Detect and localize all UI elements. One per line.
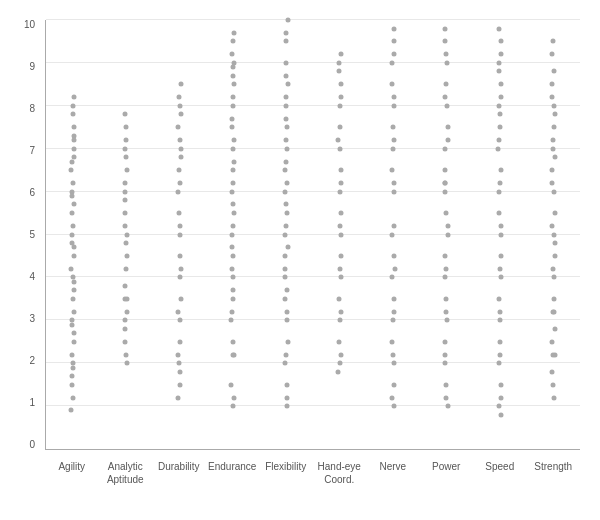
- data-point: [71, 253, 76, 258]
- data-point: [443, 82, 448, 87]
- x-label-speed: Speed: [475, 460, 525, 473]
- y-label-7: 7: [29, 146, 35, 156]
- y-label-6: 6: [29, 188, 35, 198]
- data-point: [552, 103, 557, 108]
- data-point: [72, 125, 77, 130]
- data-point: [551, 138, 556, 143]
- data-point: [178, 103, 183, 108]
- data-point: [230, 52, 235, 57]
- data-point: [284, 73, 289, 78]
- data-point: [284, 309, 289, 314]
- data-point: [230, 232, 235, 237]
- data-point: [177, 369, 182, 374]
- data-point: [497, 339, 502, 344]
- data-point: [392, 266, 397, 271]
- y-label-8: 8: [29, 104, 35, 114]
- data-point: [498, 275, 503, 280]
- data-point: [498, 232, 503, 237]
- data-point: [177, 339, 182, 344]
- data-point: [285, 339, 290, 344]
- data-point: [71, 223, 76, 228]
- data-point: [497, 103, 502, 108]
- data-point: [551, 266, 556, 271]
- data-point: [231, 202, 236, 207]
- data-point: [70, 275, 75, 280]
- data-point: [552, 112, 557, 117]
- grid-line: [46, 19, 580, 20]
- data-point: [498, 382, 503, 387]
- data-point: [231, 404, 236, 409]
- data-point: [339, 253, 344, 258]
- y-label-5: 5: [29, 230, 35, 240]
- data-point: [549, 52, 554, 57]
- data-point: [338, 189, 343, 194]
- y-label-3: 3: [29, 314, 35, 324]
- data-point: [498, 52, 503, 57]
- data-point: [285, 82, 290, 87]
- data-point: [284, 211, 289, 216]
- data-point: [549, 82, 554, 87]
- data-point: [283, 275, 288, 280]
- data-point: [177, 361, 182, 366]
- data-point: [71, 339, 76, 344]
- data-point: [443, 39, 448, 44]
- data-point: [283, 116, 288, 121]
- data-point: [551, 352, 556, 357]
- data-point: [178, 275, 183, 280]
- data-point: [123, 112, 128, 117]
- data-point: [443, 26, 448, 31]
- data-point: [336, 339, 341, 344]
- data-point: [229, 382, 234, 387]
- data-point: [231, 168, 236, 173]
- data-point: [176, 395, 181, 400]
- data-point: [178, 181, 183, 186]
- data-point: [178, 318, 183, 323]
- data-point: [285, 245, 290, 250]
- data-point: [176, 125, 181, 130]
- data-point: [498, 266, 503, 271]
- data-point: [124, 241, 129, 246]
- data-point: [551, 296, 556, 301]
- data-point: [550, 309, 555, 314]
- data-point: [230, 189, 235, 194]
- data-point: [339, 352, 344, 357]
- data-point: [549, 223, 554, 228]
- data-point: [71, 361, 76, 366]
- data-point: [231, 211, 236, 216]
- y-label-4: 4: [29, 272, 35, 282]
- data-point: [283, 253, 288, 258]
- data-point: [177, 138, 182, 143]
- data-point: [337, 266, 342, 271]
- data-point: [285, 395, 290, 400]
- data-point: [390, 339, 395, 344]
- data-point: [443, 168, 448, 173]
- x-label-endurance: Endurance: [207, 460, 257, 473]
- x-label-agility: Agility: [47, 460, 97, 473]
- data-point: [443, 253, 448, 258]
- data-point: [230, 296, 235, 301]
- data-point: [125, 253, 130, 258]
- data-point: [124, 125, 129, 130]
- data-point: [177, 382, 182, 387]
- data-point: [122, 339, 127, 344]
- data-point: [178, 146, 183, 151]
- data-point: [337, 103, 342, 108]
- data-point: [444, 60, 449, 65]
- data-point: [230, 245, 235, 250]
- data-point: [122, 146, 127, 151]
- data-point: [71, 146, 76, 151]
- data-point: [552, 211, 557, 216]
- data-point: [497, 26, 502, 31]
- data-point: [498, 82, 503, 87]
- data-point: [176, 168, 181, 173]
- data-point: [71, 245, 76, 250]
- data-point: [178, 82, 183, 87]
- x-label-flexibility: Flexibility: [261, 460, 311, 473]
- data-point: [122, 181, 127, 186]
- data-point: [443, 181, 448, 186]
- data-point: [444, 103, 449, 108]
- data-point: [391, 361, 396, 366]
- data-point: [122, 318, 127, 323]
- x-label-handeye: Hand-eye Coord.: [314, 460, 364, 486]
- data-point: [285, 18, 290, 23]
